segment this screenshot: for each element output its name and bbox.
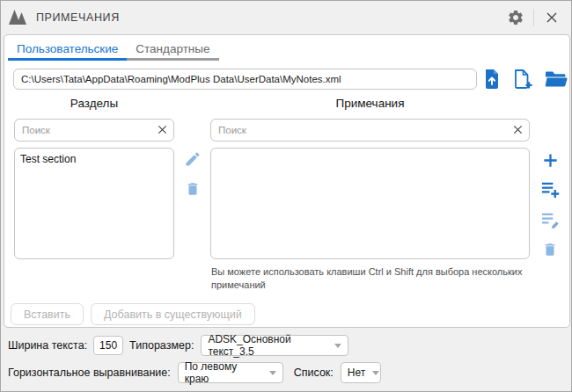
chevron-down-icon	[334, 344, 341, 348]
pencil-icon	[184, 150, 202, 168]
file-upload-icon	[483, 69, 501, 90]
sections-search-clear-icon[interactable]	[158, 125, 167, 134]
sections-search	[14, 119, 174, 142]
settings-button[interactable]	[502, 4, 530, 31]
add-to-existing-button[interactable]: Добавить в существующий	[91, 303, 255, 325]
modplus-logo-icon	[9, 9, 28, 25]
folder-open-icon	[545, 70, 568, 88]
title-bar: ПРИМЕЧАНИЯ	[1, 1, 571, 33]
tab-user-notes[interactable]: Пользовательские	[8, 38, 127, 61]
file-toolbar	[483, 66, 568, 92]
window-title: ПРИМЕЧАНИЯ	[36, 11, 120, 24]
close-icon	[546, 11, 558, 24]
tab-strip: Пользовательские Стандартные	[8, 38, 219, 61]
type-size-dropdown[interactable]: ADSK_Основной текст_3.5	[201, 335, 348, 356]
settings-row-2: Горизонтальное выравнивание: По левому к…	[8, 360, 381, 385]
settings-row-1: Ширина текста: Типоразмер: ADSK_Основной…	[8, 333, 348, 358]
sections-search-input[interactable]	[14, 119, 174, 142]
chevron-down-icon	[372, 371, 379, 375]
gear-icon	[507, 9, 524, 26]
multi-select-hint: Вы можете использовать клавиши Ctrl и Sh…	[211, 265, 526, 291]
notes-search-input[interactable]	[210, 119, 530, 142]
h-align-value: По левому краю	[185, 360, 262, 385]
section-actions	[182, 150, 203, 198]
plus-icon	[542, 152, 559, 169]
delete-section-button[interactable]	[185, 180, 201, 198]
titlebar-divider	[533, 9, 534, 26]
edit-section-button[interactable]	[184, 150, 202, 168]
trash-icon	[185, 180, 201, 198]
list-add-icon	[540, 180, 561, 200]
tab-standard-notes[interactable]: Стандартные	[127, 38, 218, 61]
list-item[interactable]: Test section	[20, 151, 168, 167]
notes-header: Примечания	[210, 97, 530, 110]
notes-list[interactable]	[210, 148, 530, 259]
trash-icon	[542, 241, 558, 258]
chevron-down-icon	[269, 371, 276, 375]
save-file-button[interactable]	[483, 69, 501, 90]
list-label: Список:	[294, 367, 334, 379]
edit-note-button[interactable]	[540, 212, 561, 229]
open-file-button[interactable]	[545, 70, 568, 88]
type-size-value: ADSK_Основной текст_3.5	[208, 333, 327, 358]
list-value: Нет	[348, 367, 365, 379]
file-path-input[interactable]	[13, 69, 477, 90]
h-align-dropdown[interactable]: По левому краю	[178, 362, 283, 383]
delete-note-button[interactable]	[542, 241, 558, 258]
add-note-button[interactable]	[542, 151, 559, 169]
notes-search-clear-icon[interactable]	[513, 125, 523, 134]
insert-button[interactable]: Вставить	[11, 303, 84, 325]
text-width-input[interactable]	[93, 336, 123, 355]
list-dropdown[interactable]: Нет	[341, 362, 381, 383]
text-width-label: Ширина текста:	[8, 339, 87, 352]
sections-header: Разделы	[14, 97, 174, 110]
new-file-button[interactable]	[513, 69, 533, 90]
notes-window: ПРИМЕЧАНИЯ Пользовательские Стандартные	[0, 0, 572, 392]
close-button[interactable]	[538, 4, 566, 31]
action-buttons: Вставить Добавить в существующий	[11, 303, 255, 325]
type-size-label: Типоразмер:	[129, 339, 194, 352]
list-edit-icon	[540, 212, 561, 229]
main-panel: Пользовательские Стандартные	[4, 34, 570, 328]
file-add-icon	[513, 69, 533, 90]
note-actions	[537, 149, 563, 258]
add-multiple-notes-button[interactable]	[540, 181, 561, 199]
sections-list[interactable]: Test section	[14, 148, 174, 259]
notes-search	[210, 119, 530, 142]
h-align-label: Горизонтальное выравнивание:	[8, 367, 171, 379]
